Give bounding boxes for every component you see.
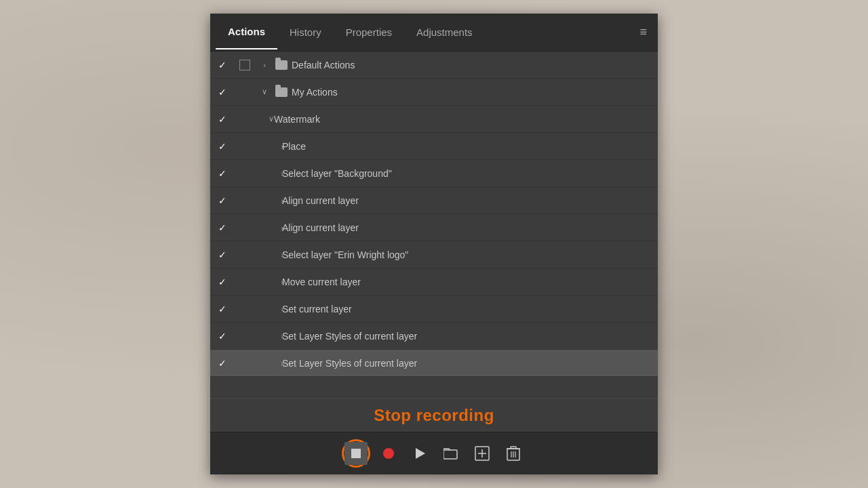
row-label-my-actions: My Actions — [292, 87, 658, 98]
list-item[interactable]: Set Layer Styles of current layer — [210, 323, 658, 350]
list-item[interactable]: Set Layer Styles of current layer — [210, 350, 658, 377]
check-select-erin[interactable] — [210, 249, 235, 260]
checkmark-icon — [218, 358, 226, 369]
checkmark-icon — [218, 60, 226, 70]
checkmark-icon — [218, 87, 226, 98]
stop-recording-text: Stop recording — [374, 406, 494, 425]
checkmark-icon — [218, 114, 226, 125]
expand-place[interactable] — [255, 142, 282, 150]
chevron-right-icon — [263, 61, 266, 69]
expand-default-actions[interactable] — [255, 61, 274, 69]
tab-actions[interactable]: Actions — [216, 15, 277, 49]
check-set-styles-2[interactable] — [210, 358, 235, 369]
list-item[interactable]: Align current layer — [210, 187, 658, 214]
stop-icon — [351, 449, 361, 458]
expand-align-2[interactable] — [255, 224, 282, 232]
new-folder-button[interactable] — [438, 441, 464, 466]
new-action-button[interactable] — [469, 441, 495, 466]
check-watermark[interactable] — [210, 114, 235, 125]
checkmark-icon — [218, 304, 226, 314]
record-button[interactable] — [376, 441, 401, 466]
expand-set-styles-2[interactable] — [255, 359, 282, 367]
checkmark-icon — [218, 249, 226, 260]
chevron-down-icon: ∨ — [262, 87, 267, 96]
list-item[interactable]: ∨ My Actions — [210, 79, 658, 106]
toggle-box — [239, 60, 250, 70]
check-set-current[interactable] — [210, 304, 235, 314]
check-default-actions[interactable] — [210, 60, 235, 70]
folder-icon — [274, 60, 289, 70]
row-label-place: Place — [282, 141, 658, 152]
expand-my-actions[interactable]: ∨ — [255, 87, 274, 96]
delete-button[interactable] — [500, 441, 526, 466]
checkmark-icon — [218, 222, 226, 233]
stop-button-wrapper[interactable] — [342, 439, 370, 468]
delete-icon — [507, 446, 520, 461]
check-select-background[interactable] — [210, 168, 235, 179]
check-align-1[interactable] — [210, 195, 235, 206]
record-icon — [383, 448, 394, 459]
expand-set-styles-1[interactable] — [255, 332, 282, 340]
check-place[interactable] — [210, 141, 235, 152]
row-label-align-1: Align current layer — [282, 195, 658, 206]
expand-watermark[interactable]: ∨ — [255, 115, 274, 123]
row-label-set-styles-1: Set Layer Styles of current layer — [282, 331, 658, 342]
checkmark-icon — [218, 168, 226, 179]
chevron-down-icon: ∨ — [269, 115, 274, 123]
check-move[interactable] — [210, 277, 235, 287]
list-item[interactable]: Align current layer — [210, 214, 658, 241]
svg-rect-0 — [443, 450, 457, 459]
toolbar — [210, 432, 658, 474]
actions-panel: Actions History Properties Adjustments ≡… — [210, 14, 658, 474]
row-label-align-2: Align current layer — [282, 222, 658, 233]
row-label-select-erin: Select layer "Erin Wright logo" — [282, 249, 658, 260]
row-label-watermark: Watermark — [274, 114, 658, 125]
play-button[interactable] — [407, 441, 433, 466]
svg-rect-6 — [511, 447, 516, 449]
folder-icon — [274, 87, 289, 97]
expand-set-current[interactable] — [255, 305, 282, 313]
checkmark-icon — [218, 331, 226, 342]
checkmark-icon — [218, 195, 226, 206]
tab-adjustments[interactable]: Adjustments — [404, 16, 485, 49]
expand-select-background[interactable] — [255, 169, 282, 178]
tab-bar: Actions History Properties Adjustments ≡ — [210, 14, 658, 52]
list-item[interactable]: Default Actions — [210, 52, 658, 79]
list-item[interactable]: Select layer "Erin Wright logo" — [210, 241, 658, 268]
play-icon — [416, 448, 425, 459]
tab-history[interactable]: History — [277, 16, 334, 49]
expand-move[interactable] — [255, 278, 282, 286]
panel-menu-icon[interactable]: ≡ — [634, 20, 652, 45]
check-set-styles-1[interactable] — [210, 331, 235, 342]
actions-list[interactable]: Default Actions ∨ My Actions ∨ Watermark — [210, 52, 658, 398]
checkmark-icon — [218, 141, 226, 152]
tab-properties[interactable]: Properties — [334, 16, 404, 49]
stop-button[interactable] — [344, 442, 368, 465]
list-item[interactable]: Place — [210, 133, 658, 160]
new-action-icon — [475, 446, 490, 461]
new-folder-icon — [443, 447, 458, 460]
check-my-actions[interactable] — [210, 87, 235, 98]
expand-select-erin[interactable] — [255, 251, 282, 259]
list-item[interactable]: Set current layer — [210, 296, 658, 323]
list-item[interactable]: Move current layer — [210, 268, 658, 296]
list-item[interactable]: ∨ Watermark — [210, 106, 658, 133]
toggle-default-actions[interactable] — [235, 60, 255, 70]
row-label-set-current: Set current layer — [282, 304, 658, 314]
row-label-move: Move current layer — [282, 277, 658, 287]
stop-recording-banner: Stop recording — [210, 398, 658, 432]
row-label-default-actions: Default Actions — [292, 60, 658, 70]
expand-align-1[interactable] — [255, 197, 282, 205]
list-item[interactable]: Select layer "Background" — [210, 160, 658, 187]
checkmark-icon — [218, 277, 226, 287]
row-label-set-styles-2: Set Layer Styles of current layer — [282, 358, 658, 369]
check-align-2[interactable] — [210, 222, 235, 233]
panel-content: Default Actions ∨ My Actions ∨ Watermark — [210, 52, 658, 432]
row-label-select-background: Select layer "Background" — [282, 168, 658, 179]
